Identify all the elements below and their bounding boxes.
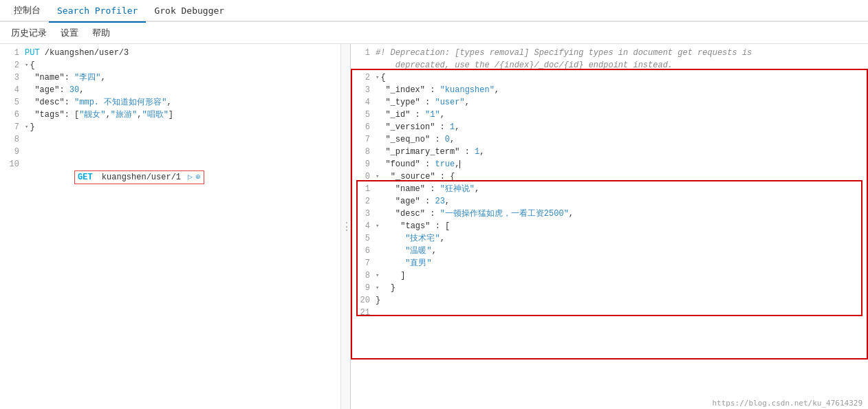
right-content-18: ] — [380, 269, 865, 282]
right-linenum-6: 6 — [354, 121, 376, 133]
right-line-10: 0 ▾ "_source" : { — [351, 170, 868, 183]
right-linenum-1a: 1 — [354, 47, 376, 59]
right-linenum-16: 6 — [354, 245, 376, 257]
right-content-17: "直男" — [376, 257, 865, 269]
main-area: 1 PUT /kuangshen/user/3 2 ▾ { 3 "name": … — [0, 44, 868, 409]
get-method: GET — [78, 171, 93, 184]
settings-button[interactable]: 设置 — [55, 25, 84, 41]
run-icon[interactable]: ▷ — [188, 171, 193, 184]
right-linenum-10: 0 — [354, 170, 376, 183]
right-output-panel: 1 #! Deprecation: [types removal] Specif… — [351, 44, 868, 409]
line-num-3: 3 — [3, 71, 25, 84]
line-num-2: 2 — [3, 59, 25, 71]
right-line-13: 3 "desc" : "一顿操作猛如虎，一看工资2500", — [351, 208, 868, 220]
right-content-20: } — [376, 294, 865, 307]
right-code-area[interactable]: 1 #! Deprecation: [types removal] Specif… — [351, 44, 868, 409]
right-line-11: 1 "name" : "狂神说", — [351, 183, 868, 195]
right-content-12: "age" : 23, — [376, 195, 865, 208]
code-line-3: 3 "name": "李四", — [0, 71, 350, 84]
history-button[interactable]: 历史记录 — [6, 25, 52, 41]
right-line-12: 2 "age" : 23, — [351, 195, 868, 208]
right-linenum-5: 5 — [354, 109, 376, 121]
right-fold-18[interactable]: ▾ — [376, 269, 379, 282]
right-line-9: 9 "found" : true, — [351, 158, 868, 170]
right-line-4: 4 "_type" : "user", — [351, 96, 868, 109]
code-line-5: 5 "desc": "mmp. 不知道如何形容", — [0, 96, 350, 109]
panel-gutter[interactable]: ⋮ — [340, 44, 350, 409]
right-line-1a: 1 #! Deprecation: [types removal] Specif… — [351, 47, 868, 59]
right-linenum-14: 4 — [354, 220, 376, 232]
right-content-11: "name" : "狂神说", — [376, 183, 865, 195]
right-linenum-15: 5 — [354, 232, 376, 245]
line-num-6: 6 — [3, 109, 25, 121]
tab-grok-debugger[interactable]: Grok Debugger — [146, 0, 232, 21]
line-num-10: 10 — [3, 158, 25, 170]
help-button[interactable]: 帮助 — [87, 25, 116, 41]
right-line-18: 8 ▾ ] — [351, 269, 868, 282]
right-content-10: "_source" : { — [380, 170, 865, 183]
second-navigation: 历史记录 设置 帮助 — [0, 22, 868, 44]
right-content-6: "_version" : 1, — [376, 121, 865, 133]
right-linenum-21: 21 — [354, 307, 376, 319]
right-content-2: { — [380, 71, 865, 84]
code-line-9: 9 — [0, 146, 350, 158]
right-linenum-7: 7 — [354, 133, 376, 146]
right-fold-2[interactable]: ▾ — [376, 71, 379, 84]
right-content-15: "技术宅", — [376, 232, 865, 245]
right-content-14: "tags" : [ — [380, 220, 865, 232]
right-content-8: "_primary_term" : 1, — [376, 146, 865, 158]
left-code-area[interactable]: 1 PUT /kuangshen/user/3 2 ▾ { 3 "name": … — [0, 44, 350, 409]
code-line-7: 7 ▾ } — [0, 121, 350, 133]
right-content-19: } — [380, 282, 865, 294]
right-line-19: 9 ▾ } — [351, 282, 868, 294]
right-line-21: 21 — [351, 307, 868, 319]
right-linenum-18: 8 — [354, 269, 376, 282]
right-linenum-13: 3 — [354, 208, 376, 220]
right-content-5: "_id" : "1", — [376, 109, 865, 121]
right-fold-10[interactable]: ▾ — [376, 170, 379, 183]
right-linenum-11: 1 — [354, 183, 376, 195]
line-num-1: 1 — [3, 47, 25, 59]
right-linenum-19: 9 — [354, 282, 376, 294]
right-line-17: 7 "直男" — [351, 257, 868, 269]
tab-console[interactable]: 控制台 — [6, 0, 49, 21]
fold-arrow-2[interactable]: ▾ — [25, 59, 28, 71]
line-content-5: "desc": "mmp. 不知道如何形容", — [25, 96, 347, 109]
right-line-5: 5 "_id" : "1", — [351, 109, 868, 121]
line-num-8: 8 — [3, 133, 25, 146]
right-linenum-9: 9 — [354, 158, 376, 170]
right-line-6: 6 "_version" : 1, — [351, 121, 868, 133]
line-content-1: PUT /kuangshen/user/3 — [25, 47, 347, 59]
copy-icon[interactable]: ⊕ — [195, 171, 200, 184]
right-content-1a: #! Deprecation: [types removal] Specifyi… — [376, 47, 865, 59]
tab-search-profiler[interactable]: Search Profiler — [49, 0, 146, 21]
code-line-10: 10 GET kuangshen/user/1 ▷ ⊕ — [0, 158, 350, 197]
code-line-1: 1 PUT /kuangshen/user/3 — [0, 47, 350, 59]
right-linenum-4: 4 — [354, 96, 376, 109]
right-line-20: 20 } — [351, 294, 868, 307]
top-navigation: 控制台 Search Profiler Grok Debugger — [0, 0, 868, 22]
left-editor-panel: 1 PUT /kuangshen/user/3 2 ▾ { 3 "name": … — [0, 44, 351, 409]
get-url: kuangshen/user/1 — [97, 171, 181, 184]
line-num-4: 4 — [3, 84, 25, 96]
right-linenum-2: 2 — [354, 71, 376, 84]
right-linenum-12: 2 — [354, 195, 376, 208]
line-content-7: } — [30, 121, 347, 133]
right-line-14: 4 ▾ "tags" : [ — [351, 220, 868, 232]
line-num-7: 7 — [3, 121, 25, 133]
fold-arrow-7[interactable]: ▾ — [25, 121, 28, 133]
line-content-6: "tags": ["靓女","旅游","唱歌"] — [25, 109, 347, 121]
line-content-2: { — [30, 59, 347, 71]
right-linenum-20: 20 — [354, 294, 376, 307]
right-content-16: "温暖", — [376, 245, 865, 257]
line-content-3: "name": "李四", — [25, 71, 347, 84]
right-fold-19[interactable]: ▾ — [376, 282, 379, 294]
right-content-9: "found" : true, — [376, 158, 865, 170]
right-line-8: 8 "_primary_term" : 1, — [351, 146, 868, 158]
line-num-9: 9 — [3, 146, 25, 158]
right-content-7: "_seq_no" : 0, — [376, 133, 865, 146]
line-content-10: GET kuangshen/user/1 ▷ ⊕ — [25, 158, 347, 197]
right-line-3: 3 "_index" : "kuangshen", — [351, 84, 868, 96]
right-fold-14[interactable]: ▾ — [376, 220, 379, 232]
right-linenum-3: 3 — [354, 84, 376, 96]
